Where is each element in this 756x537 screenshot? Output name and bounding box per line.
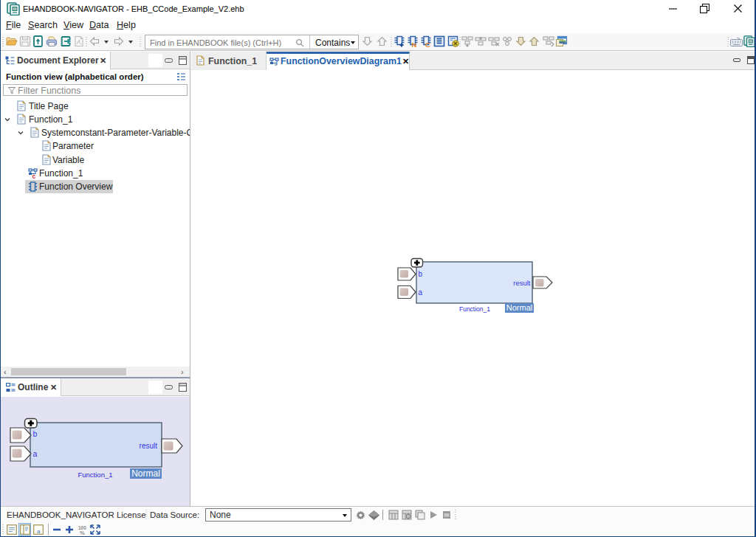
svg-text:C: C [425,41,430,48]
svg-text:Normal: Normal [506,303,532,312]
svg-text:result: result [140,442,158,450]
svg-text:N: N [412,41,417,48]
svg-text:a: a [37,528,41,535]
svg-text:a: a [33,449,38,458]
svg-text:a: a [419,288,423,297]
svg-text:c: c [32,173,36,179]
svg-text:Normal: Normal [131,468,160,479]
svg-text:result: result [513,279,531,287]
svg-text:b: b [33,429,38,438]
svg-text:b: b [419,270,423,278]
svg-text:%: % [80,530,85,536]
svg-text:Function_1: Function_1 [78,471,112,479]
svg-text:Function_1: Function_1 [459,305,490,313]
